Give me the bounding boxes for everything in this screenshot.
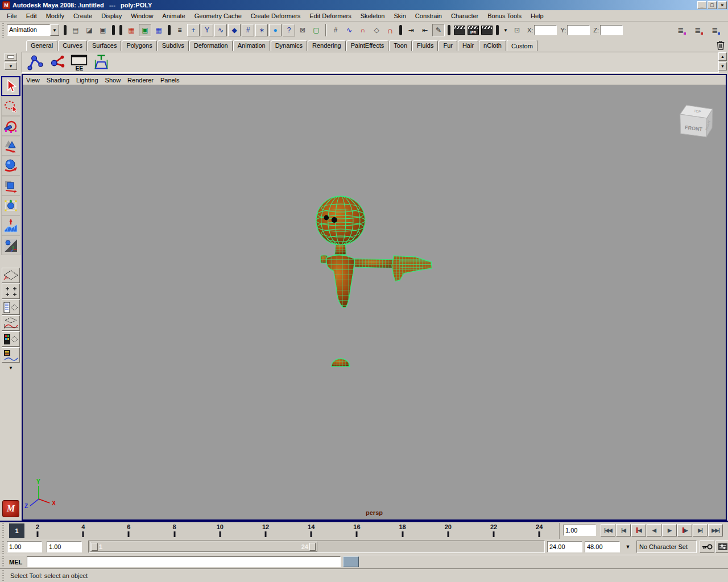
show-attribute-editor-button[interactable]: ≣ [675,24,687,36]
section-collapse-handle[interactable] [399,25,402,35]
character-set-selector[interactable]: No Character Set [636,541,697,553]
menu-window[interactable]: Window [126,11,158,20]
select-component-button[interactable]: ▦ [152,24,165,36]
show-tool-settings-button[interactable]: ≣ [692,24,704,36]
menu-create-deformers[interactable]: Create Deformers [246,11,305,20]
viewport-menu-view[interactable]: View [26,76,44,84]
select-hierarchy-button[interactable]: ▦ [125,24,138,36]
output-connections-button[interactable]: ⇤ [419,24,431,36]
mask-surfaces-button[interactable]: ◆ [228,24,241,36]
select-object-button[interactable]: ▣ [139,24,151,36]
coord-entry-menu-button[interactable]: ▼ [502,24,510,36]
rangeslider-grip[interactable] [1,540,6,554]
viewport-menu-lighting[interactable]: Lighting [76,76,103,84]
close-button[interactable]: × [718,1,727,9]
menu-modify[interactable]: Modify [42,11,69,20]
view-cube[interactable]: FRONT TOP RIGHT [680,105,713,137]
step-forward-frame-button[interactable]: ▶| [693,524,708,537]
shelf-tab-polygons[interactable]: Polygons [122,40,156,51]
range-menu-button[interactable]: ▼ [621,541,635,553]
current-frame-marker[interactable]: 1 [9,523,24,538]
section-collapse-handle[interactable] [448,25,450,35]
shelf-tab-painteffects[interactable]: PaintEffects [346,40,389,51]
menu-character[interactable]: Character [446,11,483,20]
viewport-menu-shading[interactable]: Shading [47,76,74,84]
shelf-item-expression-editor[interactable]: EE [69,53,89,72]
highlight-selection-button[interactable]: ▢ [310,24,322,36]
shelf-tab-animation[interactable]: Animation [233,40,270,51]
save-scene-button[interactable]: ▣ [97,24,109,36]
step-back-key-button[interactable]: ◀ [631,524,646,537]
shelf-item-ik-handle[interactable] [47,53,67,72]
go-to-start-button[interactable]: |◀◀ [601,524,615,537]
statusline-grip[interactable] [1,23,6,38]
viewport-menu-show[interactable]: Show [105,76,126,84]
shelf-menu-button[interactable]: ▼ [5,62,17,70]
current-time-field[interactable] [563,525,596,536]
soft-mod-tool-button[interactable] [1,215,20,235]
play-backwards-button[interactable]: ◀ [647,524,661,537]
mask-curves-button[interactable]: ∿ [214,24,227,36]
lock-selection-button[interactable]: ⊠ [296,24,309,36]
input-connections-button[interactable]: ⇥ [405,24,417,36]
step-back-frame-button[interactable]: |◀ [616,524,631,537]
play-forwards-button[interactable]: ▶ [662,524,677,537]
shelf-tab-deformation[interactable]: Deformation [189,40,233,51]
helpline-grip[interactable] [1,570,6,581]
menu-bonus-tools[interactable]: Bonus Tools [483,11,526,20]
timeline-ruler[interactable]: 24681012141618202224 [25,523,560,539]
viewport-canvas[interactable]: FRONT TOP RIGHT Y X Z persp [23,85,726,519]
paint-select-tool-button[interactable] [1,116,20,136]
range-trough[interactable]: 1 24 [88,541,545,553]
shelf-tab-fluids[interactable]: Fluids [412,40,438,51]
snap-to-point-button[interactable]: ∩ [357,24,369,36]
menu-edit-deformers[interactable]: Edit Deformers [305,11,355,20]
render-settings-button[interactable] [481,24,493,36]
layout-hypershade-persp-button[interactable] [2,331,20,347]
menu-help[interactable]: Help [526,11,548,20]
section-collapse-handle[interactable] [168,25,171,35]
animation-preferences-button[interactable] [715,541,728,553]
shelf-tab-custom[interactable]: Custom [507,40,537,52]
layout-menu-button[interactable]: ▼ [2,363,20,372]
layout-persp-graph-button[interactable] [2,315,20,331]
shelf-tab-surfaces[interactable]: Surfaces [88,40,121,51]
menu-constrain[interactable]: Constrain [411,11,446,20]
mask-rendering-button[interactable]: ● [269,24,282,36]
mel-input[interactable] [27,556,341,567]
mel-label[interactable]: MEL [9,559,22,566]
layout-persp-hypergraph-button[interactable] [2,347,20,363]
coord-entry-mode-button[interactable]: ⊡ [511,24,523,36]
step-forward-key-button[interactable]: ▶ [677,524,692,537]
commandline-grip[interactable] [1,556,6,567]
universal-manipulator-button[interactable] [1,196,20,215]
construction-history-button[interactable]: ✎ [432,24,445,36]
rotate-tool-button[interactable] [1,156,20,176]
playback-start-field[interactable] [47,541,82,552]
menu-file[interactable]: File [2,11,22,20]
show-channel-box-button[interactable]: ≣ [709,24,721,36]
animation-start-field[interactable] [7,541,42,552]
shelf-tab-subdivs[interactable]: Subdivs [158,40,189,51]
snap-to-grid-button[interactable]: # [329,24,342,36]
menu-create[interactable]: Create [69,11,97,20]
render-current-frame-button[interactable] [453,24,466,36]
range-start-handle[interactable] [92,543,98,551]
layout-four-view-button[interactable] [2,284,20,299]
menu-skin[interactable]: Skin [389,11,410,20]
shelf-tab-fur[interactable]: Fur [439,40,457,51]
auto-keyframe-button[interactable] [700,541,714,553]
scale-tool-button[interactable] [1,176,20,196]
lasso-tool-button[interactable] [1,96,20,116]
layout-outliner-persp-button[interactable] [2,300,20,315]
chevron-down-icon[interactable]: ▼ [50,24,59,36]
z-input[interactable] [600,25,623,35]
menu-edit[interactable]: Edit [22,11,42,20]
viewport-menu-panels[interactable]: Panels [160,76,184,84]
animation-end-field[interactable] [585,541,620,552]
show-manipulator-tool-button[interactable] [1,235,20,255]
new-scene-button[interactable]: ▤ [69,24,82,36]
command-result-divider[interactable] [343,556,359,567]
shelf-tab-general[interactable]: General [26,40,57,51]
minimize-button[interactable]: _ [697,1,706,9]
